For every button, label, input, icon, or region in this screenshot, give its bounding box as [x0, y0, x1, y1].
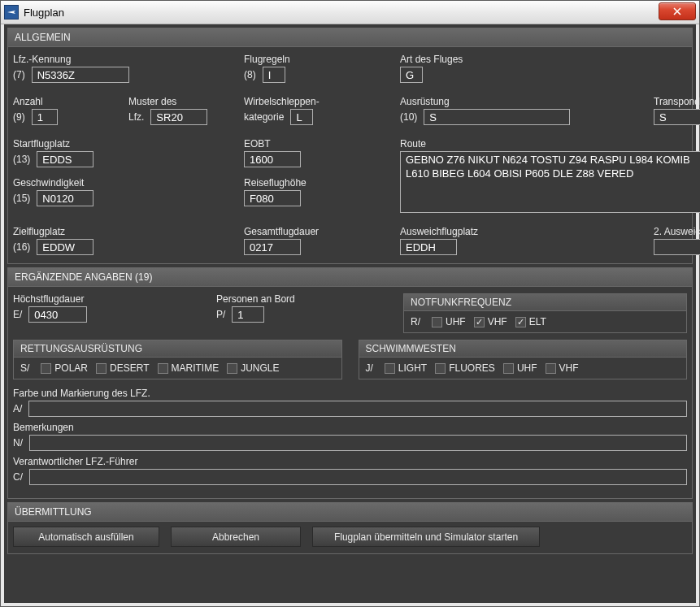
section-ergaenzende: ERGÄNZENDE ANGABEN (19) Höchstflugdauer … — [7, 267, 693, 499]
panel-rettung: RETTUNGSAUSRÜSTUNG S/ POLAR DESERT MARIT… — [13, 340, 342, 379]
input-anzahl[interactable] — [32, 109, 58, 125]
input-ausweich[interactable] — [400, 239, 457, 255]
label-personen: Personen an Bord — [216, 293, 379, 305]
input-route[interactable] — [400, 151, 700, 213]
prefix-verantwortlicher: C/ — [13, 471, 23, 483]
input-zielflugplatz[interactable] — [37, 239, 93, 255]
input-farbe[interactable] — [28, 401, 687, 417]
window: Flugplan ALLGEMEIN Lfz.-Kennung (7) — [0, 0, 700, 607]
prefix-hoechstflugdauer: E/ — [13, 309, 22, 320]
input-reiseflughoehe[interactable] — [244, 190, 301, 206]
prefix-bemerkungen: N/ — [13, 437, 23, 449]
label-wirbelschleppen: Wirbelschleppen- — [244, 96, 382, 107]
label-flugregeln: Flugregeln — [244, 54, 382, 65]
check-schwimm-light[interactable]: LIGHT — [385, 362, 427, 374]
label-ausweich2: 2. Ausweichflugplatz — [654, 226, 700, 237]
prefix-notfunk: R/ — [411, 316, 420, 327]
close-button[interactable] — [659, 2, 696, 20]
label-eobt: EOBT — [244, 138, 382, 150]
prefix-geschwindigkeit: (15) — [13, 193, 30, 204]
label-lfz-kennung: Lfz.-Kennung — [13, 54, 226, 65]
input-muster[interactable] — [150, 109, 207, 125]
input-art-des-fluges[interactable] — [400, 67, 423, 83]
input-flugregeln[interactable] — [263, 67, 285, 83]
input-ausweich2[interactable] — [654, 239, 700, 255]
submit-button[interactable]: Flugplan übermitteln und Simulator start… — [312, 527, 540, 547]
label-anzahl: Anzahl — [13, 96, 111, 107]
section-uebermittlung: ÜBERMITTLUNG Automatisch ausfüllen Abbre… — [7, 502, 693, 554]
label-route: Route — [400, 138, 700, 150]
panel-schwimmwesten-header: SCHWIMMWESTEN — [359, 340, 687, 358]
check-rettung-desert[interactable]: DESERT — [96, 362, 149, 374]
input-wirbelschleppen[interactable] — [290, 109, 313, 125]
input-startflugplatz[interactable] — [37, 151, 93, 167]
check-schwimm-uhf[interactable]: UHF — [503, 362, 537, 374]
section-uebermittlung-header: ÜBERMITTLUNG — [8, 503, 692, 522]
check-schwimm-fluores[interactable]: FLUORES — [435, 362, 495, 374]
label-geschwindigkeit: Geschwindigkeit — [13, 177, 226, 189]
cancel-button[interactable]: Abbrechen — [171, 527, 301, 547]
panel-notfunk-header: NOTFUNKFREQUENZ — [404, 294, 686, 311]
check-notfunk-uhf[interactable]: UHF — [432, 316, 466, 327]
section-allgemein: ALLGEMEIN Lfz.-Kennung (7) Flugregeln — [7, 28, 693, 264]
label-muster: Muster des — [128, 96, 226, 107]
label-hoechstflugdauer: Höchstflugdauer — [13, 293, 192, 305]
label-zielflugplatz: Zielflugplatz — [13, 226, 226, 237]
label-transponder: Transponder — [654, 96, 700, 107]
label-reiseflughoehe: Reiseflughöhe — [244, 177, 382, 189]
label-ausruestung: Ausrüstung — [400, 96, 636, 107]
check-notfunk-elt[interactable]: ELT — [515, 316, 546, 327]
label-startflugplatz: Startflugplatz — [13, 138, 226, 150]
check-rettung-polar[interactable]: POLAR — [41, 362, 88, 374]
label-farbe: Farbe und Markierung des LFZ. — [13, 388, 687, 399]
label-gesamtflugdauer: Gesamtflugdauer — [244, 226, 382, 237]
prefix-ausruestung: (10) — [400, 111, 417, 123]
prefix-personen: P/ — [216, 309, 225, 320]
window-title: Flugplan — [24, 7, 64, 19]
titlebar: Flugplan — [1, 1, 699, 24]
check-notfunk-vhf[interactable]: VHF — [474, 316, 507, 327]
label-wirbelschleppen-2: kategorie — [244, 111, 284, 123]
label-bemerkungen: Bemerkungen — [13, 422, 687, 433]
prefix-farbe: A/ — [13, 403, 22, 414]
input-hoechstflugdauer[interactable] — [28, 306, 87, 323]
input-geschwindigkeit[interactable] — [37, 190, 93, 206]
section-ergaenzende-header: ERGÄNZENDE ANGABEN (19) — [8, 268, 692, 287]
label-ausweich: Ausweichflugplatz — [400, 226, 636, 237]
prefix-zielflugplatz: (16) — [13, 241, 30, 253]
input-verantwortlicher[interactable] — [29, 469, 687, 485]
input-lfz-kennung[interactable] — [32, 67, 129, 83]
check-rettung-maritime[interactable]: MARITIME — [158, 362, 220, 374]
section-allgemein-header: ALLGEMEIN — [8, 28, 692, 47]
label-art-des-fluges: Art des Fluges — [400, 54, 636, 65]
prefix-schwimmwesten: J/ — [366, 362, 373, 374]
app-icon — [4, 5, 19, 20]
panel-notfunk: NOTFUNKFREQUENZ R/ UHF VHF ELT — [403, 293, 687, 333]
check-rettung-jungle[interactable]: JUNGLE — [227, 362, 279, 374]
prefix-anzahl: (9) — [13, 111, 25, 123]
prefix-startflugplatz: (13) — [13, 154, 30, 165]
label-verantwortlicher: Verantwortlicher LFZ.-Führer — [13, 456, 687, 467]
auto-fill-button[interactable]: Automatisch ausfüllen — [13, 527, 159, 547]
panel-schwimmwesten: SCHWIMMWESTEN J/ LIGHT FLUORES UHF VHF — [359, 340, 688, 379]
prefix-lfz-kennung: (7) — [13, 69, 25, 80]
input-transponder[interactable] — [654, 109, 700, 125]
check-schwimm-vhf[interactable]: VHF — [546, 362, 579, 374]
prefix-rettung: S/ — [20, 362, 29, 374]
panel-rettung-header: RETTUNGSAUSRÜSTUNG — [14, 340, 341, 358]
prefix-flugregeln: (8) — [244, 69, 256, 80]
close-icon — [673, 7, 681, 15]
client-area: ALLGEMEIN Lfz.-Kennung (7) Flugregeln — [4, 24, 696, 603]
prefix-muster: Lfz. — [128, 111, 144, 123]
input-gesamtflugdauer[interactable] — [244, 239, 301, 255]
input-bemerkungen[interactable] — [29, 435, 687, 451]
input-eobt[interactable] — [244, 151, 301, 167]
input-personen[interactable] — [232, 306, 264, 323]
input-ausruestung[interactable] — [424, 109, 570, 125]
